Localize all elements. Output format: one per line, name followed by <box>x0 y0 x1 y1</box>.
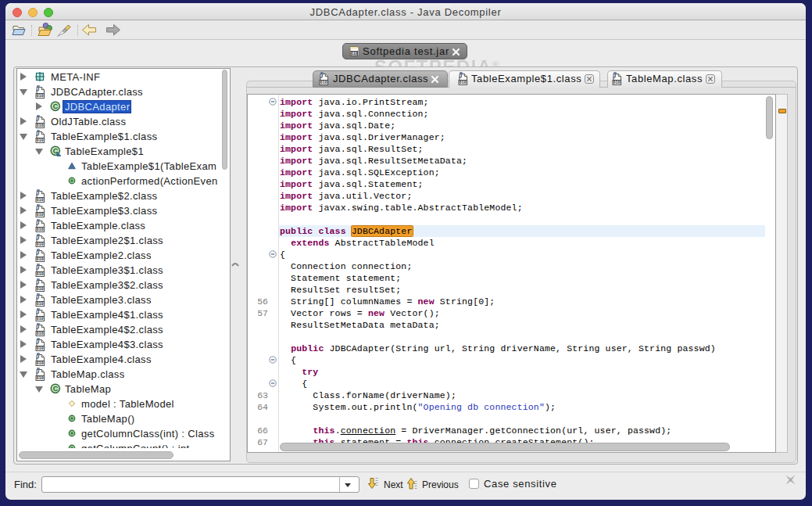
svg-text:C: C <box>53 385 59 393</box>
svg-text:010: 010 <box>460 80 467 84</box>
svg-text:C: C <box>53 102 59 110</box>
svg-text:010: 010 <box>37 93 44 98</box>
svg-text:010: 010 <box>37 286 44 291</box>
svg-text:010: 010 <box>37 242 44 246</box>
svg-text:010: 010 <box>37 316 44 321</box>
svg-text:010: 010 <box>37 227 44 231</box>
svg-text:010: 010 <box>37 301 44 306</box>
svg-text:010: 010 <box>37 197 44 202</box>
svg-text:010: 010 <box>37 346 44 350</box>
svg-text:010: 010 <box>37 331 44 336</box>
svg-text:010: 010 <box>37 271 44 276</box>
svg-text:010: 010 <box>613 80 621 84</box>
svg-text:010: 010 <box>37 123 44 127</box>
svg-text:010: 010 <box>37 375 44 380</box>
svg-text:010: 010 <box>37 138 44 142</box>
svg-text:010: 010 <box>37 257 44 261</box>
svg-text:010: 010 <box>37 361 44 365</box>
svg-text:010: 010 <box>320 80 327 84</box>
svg-text:010: 010 <box>351 52 357 56</box>
svg-text:010: 010 <box>37 212 44 217</box>
